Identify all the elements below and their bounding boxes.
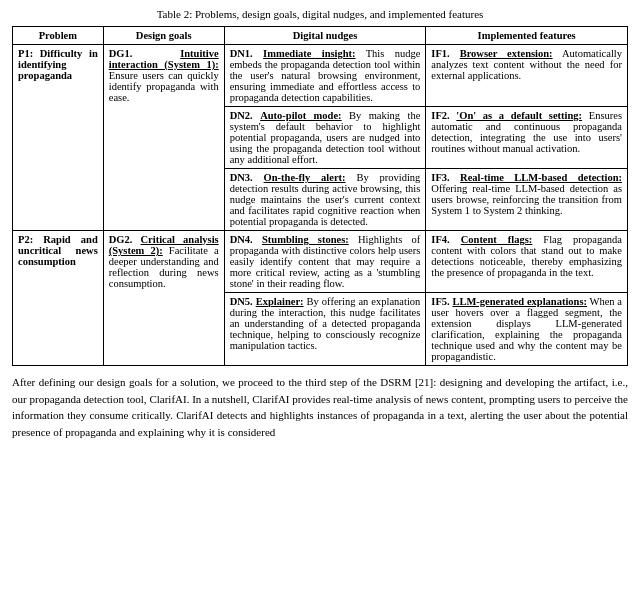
feature-cell-0-0: IF1. Browser extension: Automatically an… (426, 45, 628, 107)
header-implemented-features: Implemented features (426, 27, 628, 45)
nudge-cell-1-0: DN4. Stumbling stones: Highlights of pro… (224, 231, 426, 293)
main-table: Problem Design goals Digital nudges Impl… (12, 26, 628, 366)
header-digital-nudges: Digital nudges (224, 27, 426, 45)
problem-cell-0: P1: Difficulty in identifying propaganda (13, 45, 104, 231)
feature-cell-1-0: IF4. Content flags: Flag propaganda cont… (426, 231, 628, 293)
table-title: Table 2: Problems, design goals, digital… (12, 8, 628, 20)
table-row: P1: Difficulty in identifying propaganda… (13, 45, 628, 107)
feature-cell-0-1: IF2. 'On' as a default setting: Ensures … (426, 107, 628, 169)
feature-cell-0-2: IF3. Real-time LLM-based detection: Offe… (426, 169, 628, 231)
feature-cell-1-1: IF5. LLM-generated explanations: When a … (426, 293, 628, 366)
problem-cell-1: P2: Rapid and uncritical news consumptio… (13, 231, 104, 366)
design-goal-cell-0: DG1. Intuitive interaction (System 1): E… (103, 45, 224, 231)
design-goal-cell-1: DG2. Critical analysis (System 2): Facil… (103, 231, 224, 366)
footer-text: After defining our design goals for a so… (12, 374, 628, 440)
table-row: P2: Rapid and uncritical news consumptio… (13, 231, 628, 293)
nudge-cell-0-2: DN3. On-the-fly alert: By providing dete… (224, 169, 426, 231)
nudge-cell-1-1: DN5. Explainer: By offering an explanati… (224, 293, 426, 366)
header-design-goals: Design goals (103, 27, 224, 45)
nudge-cell-0-0: DN1. Immediate insight: This nudge embed… (224, 45, 426, 107)
header-problem: Problem (13, 27, 104, 45)
nudge-cell-0-1: DN2. Auto-pilot mode: By making the syst… (224, 107, 426, 169)
